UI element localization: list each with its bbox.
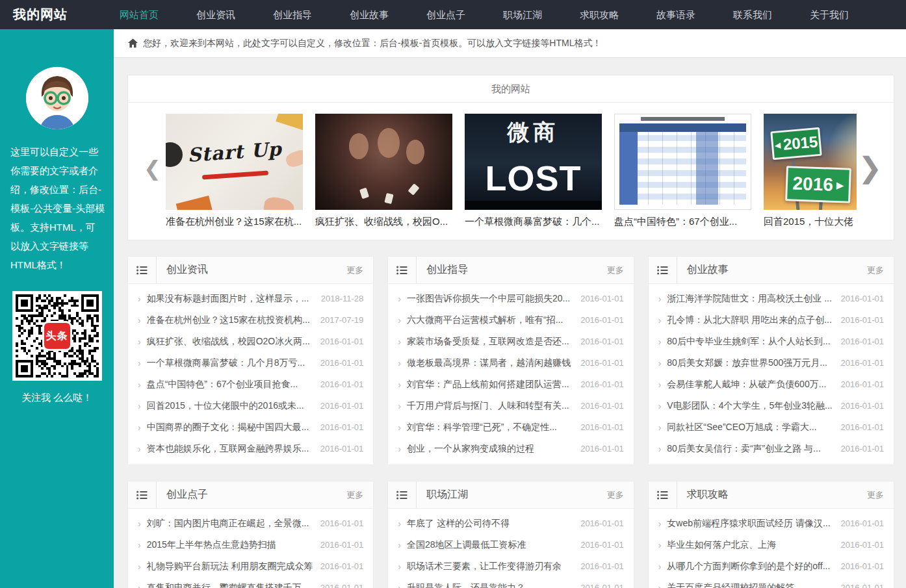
article-list-item[interactable]: › 从哪几个方面判断你拿到的是个好的off... 2016-01-01 <box>658 556 884 577</box>
section-more-link[interactable]: 更多 <box>867 264 894 276</box>
slide-image-lost[interactable]: 微商 LOST <box>465 114 602 210</box>
article-list-item[interactable]: › 女web前端程序猿求职面试经历 请像汉... 2016-01-01 <box>658 513 884 534</box>
article-title[interactable]: 80后美女吴信行：卖“声”创业之路 与... <box>667 443 840 455</box>
article-list-item[interactable]: › 刘官华：科学管理“已死”，不确定性... 2016-01-01 <box>398 416 623 438</box>
article-title[interactable]: 千万用户背后与抠门、人味和转型有关... <box>407 400 580 412</box>
article-list-item[interactable]: › 全国28地区上调最低工资标准 2016-01-01 <box>398 534 623 556</box>
article-title[interactable]: 家装市场备受质疑，互联网改造是否还... <box>407 336 580 348</box>
article-list-item[interactable]: › 孔令博：从北大辞职 用吃出来的点子创... 2016-01-01 <box>658 309 884 331</box>
article-list-item[interactable]: › 准备在杭州创业？这15家在杭投资机构... 2017-07-19 <box>138 309 363 331</box>
slide-caption[interactable]: 一个草根微商暴富梦破：几个... <box>465 216 602 228</box>
carousel-slide-signs[interactable]: 2015 2016 回首2015，十位大佬 <box>764 114 857 228</box>
slide-image-startup[interactable]: Start Up <box>166 114 303 210</box>
article-list-item[interactable]: › 会易佳掌舵人戴坤：从破产负债600万... 2016-01-01 <box>658 374 884 395</box>
article-list-item[interactable]: › 资本也能娱乐化，互联网金融跨界娱乐... 2016-01-01 <box>138 438 363 459</box>
site-logo[interactable]: 我的网站 <box>0 6 101 23</box>
article-list-item[interactable]: › 疯狂扩张、收缩战线，校园O2O冰火两... 2016-01-01 <box>138 331 363 352</box>
article-title[interactable]: 疯狂扩张、收缩战线，校园O2O冰火两... <box>147 336 320 348</box>
article-list-item[interactable]: › 家装市场备受质疑，互联网改造是否还... 2016-01-01 <box>398 331 623 352</box>
article-list-item[interactable]: › 一张图告诉你损失一个中层可能损失20... 2016-01-01 <box>398 288 623 309</box>
article-list-item[interactable]: › 刘官华：产品上线前如何搭建团队运营... 2016-01-01 <box>398 374 623 395</box>
article-list-item[interactable]: › 毕业生如何落户北京、上海 2016-01-01 <box>658 534 884 556</box>
article-list-item[interactable]: › 年底了 这样的公司待不得 2016-01-01 <box>398 513 623 534</box>
nav-item[interactable]: 创业点子 <box>408 0 484 29</box>
article-title[interactable]: 中国商界的圈子文化：揭秘中国四大最... <box>147 422 320 433</box>
article-list-item[interactable]: › 80后中专毕业生姚剑军：从个人站长到... 2016-01-01 <box>658 331 884 352</box>
article-title[interactable]: 直售和电商并行，鹦鹉螺直售搭建千万... <box>147 582 320 588</box>
slide-caption[interactable]: 盘点“中国特色”：67个创业... <box>614 216 751 228</box>
slide-image-spreadsheet[interactable] <box>614 114 751 210</box>
article-list-item[interactable]: › 做老板最高境界：谋局者，越清闲越赚钱 2016-01-01 <box>398 352 623 374</box>
article-list-item[interactable]: › 升职是靠人际，还是靠能力？ 2016-01-01 <box>398 577 623 588</box>
article-title[interactable]: 会易佳掌舵人戴坤：从破产负债600万... <box>667 379 840 390</box>
article-list-item[interactable]: › V电影团队：4个大学生，5年创业3轮融... 2016-01-01 <box>658 395 884 416</box>
article-list-item[interactable]: › 回首2015，十位大佬眼中的2016或未... 2016-01-01 <box>138 395 363 416</box>
article-list-item[interactable]: › 关于百度产品经理校招题的解答 2016-01-01 <box>658 577 884 588</box>
article-list-item[interactable]: › 2015年上半年热点生意趋势扫描 2016-01-01 <box>138 534 363 556</box>
article-title[interactable]: 职场话术三要素，让工作变得游刃有余 <box>407 561 580 572</box>
article-title[interactable]: 年底了 这样的公司待不得 <box>407 518 580 530</box>
slide-image-crowd[interactable] <box>315 114 452 210</box>
article-title[interactable]: 如果没有标题封面图片时，这样显示，... <box>147 293 321 305</box>
nav-item[interactable]: 求职攻略 <box>561 0 638 29</box>
section-more-link[interactable]: 更多 <box>607 264 634 276</box>
article-title[interactable]: 资本也能娱乐化，互联网金融跨界娱乐... <box>147 443 320 455</box>
article-list-item[interactable]: › 中国商界的圈子文化：揭秘中国四大最... 2016-01-01 <box>138 416 363 438</box>
article-title[interactable]: 盘点“中国特色”：67个创业项目抢食... <box>147 379 320 390</box>
article-list-item[interactable]: › 礼物导购平台新玩法 利用朋友圈完成众筹 2016-01-01 <box>138 556 363 577</box>
article-list-item[interactable]: › 一个草根微商暴富梦破：几个月8万亏... 2016-01-01 <box>138 352 363 374</box>
article-title[interactable]: 毕业生如何落户北京、上海 <box>667 539 840 551</box>
article-list-item[interactable]: › 80后美女郑媛：放弃世界500强万元月... 2016-01-01 <box>658 352 884 374</box>
article-title[interactable]: 关于百度产品经理校招题的解答 <box>667 582 840 588</box>
article-title[interactable]: 准备在杭州创业？这15家在杭投资机构... <box>147 314 320 326</box>
article-title[interactable]: 浙江海洋学院陆世文：用高校沃土创业 ... <box>667 293 840 305</box>
article-title[interactable]: 创业，一个从家狗变成狼的过程 <box>407 443 580 455</box>
slide-caption[interactable]: 回首2015，十位大佬 <box>764 216 857 228</box>
article-title[interactable]: 全国28地区上调最低工资标准 <box>407 539 580 551</box>
article-title[interactable]: 2015年上半年热点生意趋势扫描 <box>147 539 320 551</box>
article-title[interactable]: 刘旷：国内图片电商正在崛起，全景微... <box>147 518 320 530</box>
carousel-slide-spreadsheet[interactable]: 盘点“中国特色”：67个创业... <box>614 114 751 228</box>
carousel-slide-lost[interactable]: 微商 LOST 一个草根微商暴富梦破：几个... <box>465 114 602 228</box>
carousel-slide-startup[interactable]: Start Up 准备在杭州创业？这15家在杭... <box>166 114 303 228</box>
article-title[interactable]: 女web前端程序猿求职面试经历 请像汉... <box>667 518 840 530</box>
article-list-item[interactable]: › 直售和电商并行，鹦鹉螺直售搭建千万... 2016-01-01 <box>138 577 363 588</box>
section-more-link[interactable]: 更多 <box>346 264 373 276</box>
nav-item[interactable]: 网站首页 <box>101 0 177 29</box>
nav-item[interactable]: 关于我们 <box>791 0 868 29</box>
article-title[interactable]: 刘官华：科学管理“已死”，不确定性... <box>407 422 580 433</box>
article-title[interactable]: 同款社区“See”CEO万旭成：学霸大... <box>667 422 840 433</box>
article-title[interactable]: 回首2015，十位大佬眼中的2016或未... <box>147 400 320 412</box>
article-title[interactable]: 80后中专毕业生姚剑军：从个人站长到... <box>667 336 840 348</box>
carousel-next-arrow-icon[interactable]: ❯ <box>858 151 882 184</box>
carousel-slide-crowd[interactable]: 疯狂扩张、收缩战线，校园O... <box>315 114 452 228</box>
article-title[interactable]: 刘官华：产品上线前如何搭建团队运营... <box>407 379 580 390</box>
article-title[interactable]: 从哪几个方面判断你拿到的是个好的off... <box>667 561 840 572</box>
section-more-link[interactable]: 更多 <box>607 489 634 501</box>
article-list-item[interactable]: › 创业，一个从家狗变成狼的过程 2016-01-01 <box>398 438 623 459</box>
article-title[interactable]: 六大微商平台运营模式解析，唯有“招... <box>407 314 580 326</box>
section-more-link[interactable]: 更多 <box>346 489 373 501</box>
nav-item[interactable]: 故事语录 <box>638 0 714 29</box>
article-title[interactable]: 孔令博：从北大辞职 用吃出来的点子创... <box>667 314 840 326</box>
nav-item[interactable]: 创业指导 <box>254 0 331 29</box>
article-list-item[interactable]: › 浙江海洋学院陆世文：用高校沃土创业 ... 2016-01-01 <box>658 288 884 309</box>
article-title[interactable]: 80后美女郑媛：放弃世界500强万元月... <box>667 357 840 369</box>
slide-caption[interactable]: 准备在杭州创业？这15家在杭... <box>166 216 303 228</box>
article-list-item[interactable]: › 千万用户背后与抠门、人味和转型有关... 2016-01-01 <box>398 395 623 416</box>
section-more-link[interactable]: 更多 <box>867 489 894 501</box>
article-title[interactable]: 升职是靠人际，还是靠能力？ <box>407 582 580 588</box>
nav-item[interactable]: 创业故事 <box>331 0 408 29</box>
nav-item[interactable]: 联系我们 <box>714 0 791 29</box>
article-list-item[interactable]: › 六大微商平台运营模式解析，唯有“招... 2016-01-01 <box>398 309 623 331</box>
article-title[interactable]: 一张图告诉你损失一个中层可能损失20... <box>407 293 580 305</box>
nav-item[interactable]: 职场江湖 <box>484 0 561 29</box>
carousel-prev-arrow-icon[interactable]: ❮ <box>144 156 161 181</box>
article-list-item[interactable]: › 同款社区“See”CEO万旭成：学霸大... 2016-01-01 <box>658 416 884 438</box>
nav-item[interactable]: 创业资讯 <box>177 0 254 29</box>
article-title[interactable]: 做老板最高境界：谋局者，越清闲越赚钱 <box>407 357 580 369</box>
slide-caption[interactable]: 疯狂扩张、收缩战线，校园O... <box>315 216 452 228</box>
article-title[interactable]: V电影团队：4个大学生，5年创业3轮融... <box>667 400 840 412</box>
slide-image-signs[interactable]: 2015 2016 <box>764 114 857 210</box>
article-title[interactable]: 一个草根微商暴富梦破：几个月8万亏... <box>147 357 320 369</box>
